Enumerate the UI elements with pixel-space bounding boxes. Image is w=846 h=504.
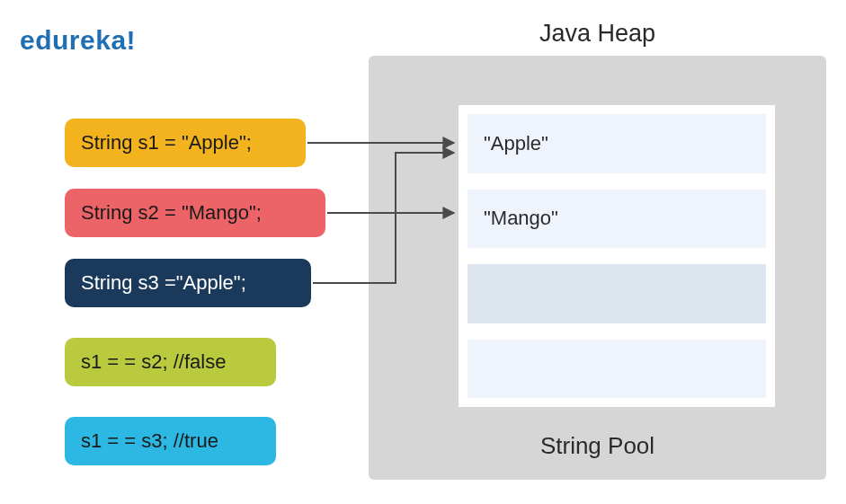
heap-title: Java Heap — [539, 20, 655, 48]
string-pool-box: "Apple" "Mango" — [459, 105, 775, 407]
code-s3-declaration: String s3 ="Apple"; — [65, 259, 311, 307]
java-heap-box: "Apple" "Mango" String Pool — [369, 56, 826, 480]
code-compare-s1-s3: s1 = = s3; //true — [65, 417, 276, 465]
code-compare-s1-s2: s1 = = s2; //false — [65, 338, 276, 386]
pool-cell: "Mango" — [468, 190, 766, 249]
brand-logo: edureka! — [20, 25, 136, 56]
pool-cell — [468, 264, 766, 323]
code-s1-declaration: String s1 = "Apple"; — [65, 119, 306, 167]
string-pool-title: String Pool — [369, 432, 826, 460]
pool-cell — [468, 340, 766, 399]
code-s2-declaration: String s2 = "Mango"; — [65, 189, 325, 237]
pool-cell: "Apple" — [468, 114, 766, 173]
